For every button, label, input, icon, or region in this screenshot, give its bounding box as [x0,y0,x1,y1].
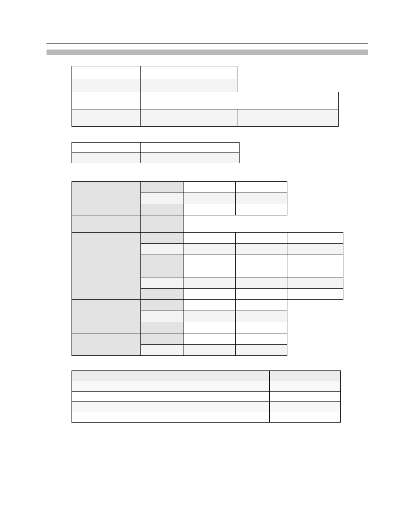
src-row3-spec[interactable] [201,412,270,423]
rat-sw-r1-c [287,277,343,289]
src-row2-desc[interactable] [72,402,201,412]
rat-rds-r0-b [236,233,287,244]
rat-rds-head [72,233,141,266]
rat-abs-r2-b [236,204,287,215]
rat-sw-r2-k [141,289,184,300]
identification-table [72,66,339,127]
src-row1-spec[interactable] [201,392,270,402]
rat-sw-r2-a [184,289,236,300]
gen-app-value [140,153,239,163]
src-row2-spec[interactable] [201,402,270,412]
rat-abs-r2-k [141,204,184,215]
rat-sw-r1-a [184,277,236,289]
ident-mfr-label [72,109,141,127]
ident-desc-value [140,92,338,109]
rat-cap-r0-a [184,300,236,311]
rat-cap-r0-k [141,300,184,311]
rat-cap-r1-b [236,311,287,322]
rat-pkg-r0-a [184,333,236,345]
src-hdr-desc [72,371,201,381]
rat-sw-r1-b [236,277,287,289]
rat-rds-r1-k [141,244,184,255]
rat-cap-r2-a [184,322,236,333]
rat-abs-r1-k [141,193,184,204]
rat-cap-head [72,300,141,333]
rat-rds-r0-k [141,233,184,244]
ident-part-value [140,66,237,79]
rat-pkg-r1-k [141,345,184,356]
src-row0-spec[interactable] [201,381,270,392]
rat-sw-r1-k [141,277,184,289]
rat-rds-r1-c [287,244,343,255]
src-row1-file[interactable] [270,392,341,402]
gen-env-value [140,143,239,153]
ident-desc-label [72,92,141,109]
ident-process-label [72,79,141,92]
ident-process-value [140,79,237,92]
rat-sw-r0-k [141,266,184,277]
rat-rds-r0-a [184,233,236,244]
rat-cap-r1-k [141,311,184,322]
ratings-table [72,181,343,356]
rat-sw-r0-c [287,266,343,277]
rat-abs-head [72,182,141,215]
rat-optemp-head [72,215,141,233]
page-title-band [47,50,368,55]
gen-app-label [72,153,141,163]
src-row1-desc[interactable] [72,392,201,402]
rat-pkg-r1-a [184,345,236,356]
ident-mfr-extra [237,109,339,127]
rat-pkg-r0-b [236,333,287,345]
rat-sw-r0-a [184,266,236,277]
rat-rds-r1-a [184,244,236,255]
src-row3-file[interactable] [270,412,341,423]
src-hdr-spec [201,371,270,381]
rat-rds-r0-c [287,233,343,244]
rat-sw-r0-b [236,266,287,277]
src-row0-desc[interactable] [72,381,201,392]
rat-abs-r1-a [184,193,236,204]
rat-cap-r2-k [141,322,184,333]
src-row0-file[interactable] [270,381,341,392]
rat-optemp-val [141,215,184,233]
rat-rds-r2-b [236,255,287,266]
rat-abs-r2-a [184,204,236,215]
ident-mfr-value [140,109,237,127]
header-rule [47,43,368,44]
rat-rds-r2-a [184,255,236,266]
rat-abs-r0-k [141,182,184,193]
src-hdr-file [270,371,341,381]
rat-rds-r2-k [141,255,184,266]
rat-pkg-head [72,333,141,356]
rat-abs-r0-b [236,182,287,193]
ident-part-label [72,66,141,79]
rat-pkg-r0-k [141,333,184,345]
src-row2-file[interactable] [270,402,341,412]
rat-sw-r2-c [287,289,343,300]
rat-sw-head [72,266,141,300]
general-spec-table [72,142,240,163]
rat-rds-r2-c [287,255,343,266]
rat-cap-r1-a [184,311,236,322]
rat-abs-r1-b [236,193,287,204]
rat-sw-r2-b [236,289,287,300]
rat-pkg-r1-b [236,345,287,356]
rat-abs-r0-a [184,182,236,193]
rat-cap-r2-b [236,322,287,333]
sources-table [72,370,341,423]
rat-rds-r1-b [236,244,287,255]
gen-env-label [72,143,141,153]
src-row3-desc[interactable] [72,412,201,423]
rat-cap-r0-b [236,300,287,311]
